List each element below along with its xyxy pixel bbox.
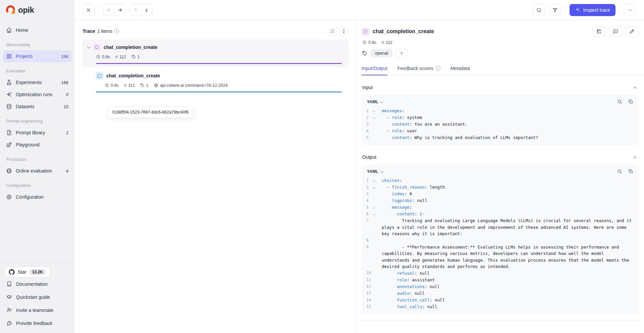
tree-row-llm-span[interactable]: chat_completion_create 0.8s # 112	[83, 68, 348, 96]
sidebar-item-label: Optimization runs	[16, 92, 52, 97]
github-star-button[interactable]: Star 13.2K	[5, 267, 50, 277]
sidebar-item-experiments[interactable]: Experiments 166	[3, 76, 72, 88]
toolbar-divider	[620, 7, 620, 13]
ellipsis-icon	[627, 7, 633, 13]
sidebar-link-documentation[interactable]: Documentation	[5, 277, 70, 290]
sidebar-link-invite[interactable]: Invite a teammate	[5, 304, 70, 317]
line-number-gutter: 5	[366, 134, 382, 141]
add-to-dataset-button[interactable]	[592, 26, 606, 37]
sidebar-item-home[interactable]: Home	[3, 24, 72, 36]
focus-view-button[interactable]	[328, 27, 337, 36]
tree-row-trace[interactable]: chat_completion_create 0.8s # 112	[83, 40, 348, 67]
sidebar-item-configuration[interactable]: Configuration	[3, 191, 72, 203]
duration-chunk: 0.8s	[105, 83, 119, 88]
output-yaml-code: 1choices:2 - finish_reason: length3 inde…	[366, 177, 634, 310]
close-button[interactable]	[83, 4, 95, 16]
tab-input-output[interactable]: Input/Output	[362, 66, 387, 75]
duration-chunk: 0.8s	[96, 55, 110, 59]
next-trace-button[interactable]	[114, 4, 125, 16]
sidebar-item-projects[interactable]: Projects 166	[3, 50, 72, 62]
output-card-actions	[617, 169, 633, 174]
fold-chevron-icon[interactable]	[373, 110, 375, 112]
input-section-header: Input	[362, 75, 639, 95]
pencil-icon	[629, 29, 635, 34]
tokens-chunk: # 112	[115, 54, 126, 59]
detail-body: Input YAML 1messages:2 - role: sy	[356, 75, 644, 333]
code-text: - finish_reason: length	[382, 184, 634, 191]
star-label: Star	[18, 269, 26, 275]
code-line: 11 role: assistant	[366, 277, 634, 283]
next-span-button[interactable]	[141, 4, 152, 16]
copy-icon[interactable]	[628, 169, 633, 174]
inspect-trace-label: Inspect trace	[583, 7, 610, 13]
line-number-gutter: 13	[366, 290, 382, 297]
span-duration-bar	[96, 91, 342, 92]
footer-link-label: Documentation	[16, 281, 48, 287]
code-text	[382, 237, 634, 244]
duration-chunk: 0.8s	[362, 40, 376, 45]
search-in-code-icon[interactable]	[617, 169, 622, 174]
tab-feedback-scores[interactable]: Feedback scores i	[397, 66, 440, 75]
graduation-cap-icon	[6, 294, 12, 300]
collapse-chevron-icon[interactable]	[87, 46, 90, 49]
fold-chevron-icon[interactable]	[373, 206, 375, 208]
tag-openai[interactable]: openai	[371, 49, 392, 57]
format-select[interactable]: YAML	[367, 169, 378, 174]
sidebar-section-observability: Observability	[3, 36, 72, 50]
code-line: 5 message:	[366, 204, 634, 211]
sidebar-item-optimization-runs[interactable]: Optimization runs 0	[3, 88, 72, 101]
tokens-chunk: # 112	[382, 40, 392, 45]
sidebar-item-count: 166	[61, 54, 68, 59]
sidebar-link-feedback[interactable]: Provide feedback	[5, 317, 70, 330]
horizontal-nav-group	[103, 4, 126, 16]
format-select[interactable]: YAML	[367, 99, 378, 104]
line-number-gutter: 2	[366, 184, 382, 191]
search-button[interactable]	[533, 4, 545, 16]
sidebar-item-label: Online evaluation	[16, 168, 52, 174]
code-line: 4 - role: user	[366, 128, 634, 134]
filter-button[interactable]	[549, 4, 561, 16]
sparkle-icon	[6, 91, 12, 97]
search-in-code-icon[interactable]	[617, 99, 622, 104]
collapse-input-chevron-icon[interactable]	[634, 84, 638, 90]
tab-metadata[interactable]: Metadata	[450, 66, 470, 75]
sidebar-item-label: Projects	[16, 54, 33, 59]
fold-chevron-icon[interactable]	[373, 179, 375, 182]
info-icon[interactable]: i	[114, 29, 119, 34]
sidebar-item-datasets[interactable]: Datasets 15	[3, 101, 72, 113]
sidebar-section-production: Production	[3, 151, 72, 165]
more-options-button[interactable]	[624, 4, 636, 16]
code-text: messages:	[382, 108, 634, 114]
toolbar-divider	[565, 7, 566, 13]
logo[interactable]: opik	[0, 0, 74, 20]
inspect-trace-button[interactable]: Inspect trace	[570, 4, 615, 16]
add-comment-button[interactable]	[609, 26, 622, 37]
edit-button[interactable]	[625, 26, 639, 37]
expand-rows-button[interactable]	[339, 27, 348, 36]
input-section-label: Input	[362, 85, 373, 90]
sidebar-item-label: Datasets	[16, 104, 34, 109]
chevron-down-icon	[380, 170, 383, 173]
info-icon: i	[436, 66, 440, 71]
prev-trace-button[interactable]	[103, 4, 114, 16]
trace-type-icon	[93, 43, 101, 51]
code-line: 15 tool_calls: null	[366, 304, 634, 310]
main-area: Inspect trace Trace 1 items i	[74, 0, 644, 333]
sidebar-link-quickstart[interactable]: Quickstart guide	[5, 290, 70, 304]
copy-icon[interactable]	[628, 99, 633, 104]
prev-span-button[interactable]	[130, 4, 141, 16]
fold-chevron-icon[interactable]	[373, 213, 375, 215]
settings-icon	[6, 194, 12, 200]
sidebar-item-playground[interactable]: Playground	[3, 139, 72, 151]
fold-chevron-icon[interactable]	[373, 186, 375, 188]
sidebar-item-prompt-library[interactable]: Prompt library 2	[3, 127, 72, 139]
search-icon	[536, 7, 542, 13]
sidebar-item-online-evaluation[interactable]: Online evaluation 4	[3, 165, 72, 177]
trace-id-tooltip: 0198f5f4-1523-7697-8dc6-882a79bc40f6	[107, 107, 194, 118]
collapse-output-chevron-icon[interactable]	[634, 154, 638, 160]
code-text: refusal: null	[382, 270, 634, 277]
sidebar: opik Home Observability Projects 166 Eva…	[0, 0, 74, 333]
expand-vertical-icon	[341, 29, 346, 34]
add-tag-button[interactable]	[396, 49, 408, 58]
fold-chevron-icon[interactable]	[373, 116, 375, 119]
